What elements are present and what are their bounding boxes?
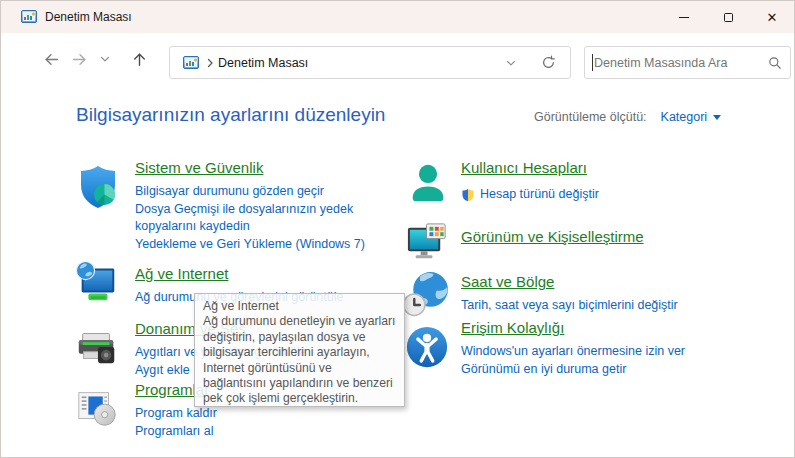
control-panel-window: Denetim Masası ✕ [0,0,795,458]
up-arrow-icon [131,51,148,68]
section-clock-region: Saat ve Bölge Tarih, saat veya sayı biçi… [461,272,781,315]
control-panel-small-icon [183,55,199,71]
breadcrumb-item[interactable]: Denetim Masası [218,56,308,70]
window-title: Denetim Masası [45,10,132,24]
category-title-ease-of-access[interactable]: Erişim Kolaylığı [461,318,564,338]
section-ease-of-access: Erişim Kolaylığı Windows'un ayarları öne… [461,318,781,378]
maximize-button[interactable] [706,1,750,33]
page-title: Bilgisayarınızın ayarlarını düzenleyin [76,104,385,126]
address-bar[interactable]: Denetim Masası [169,46,571,79]
titlebar: Denetim Masası ✕ [1,1,794,33]
shield-pie-icon[interactable] [74,163,122,211]
printer-speaker-icon[interactable] [74,323,120,369]
category-title-system-security[interactable]: Sistem ve Güvenlik [135,158,263,178]
view-by-dropdown-icon[interactable] [713,115,721,120]
section-appearance-personalization: Görünüm ve Kişiselleştirme [461,227,781,252]
close-button[interactable]: ✕ [750,1,794,33]
search-box[interactable] [584,46,791,79]
chevron-down-icon [505,57,517,69]
search-icon[interactable] [768,56,782,70]
category-title-appearance[interactable]: Görünüm ve Kişiselleştirme [461,227,644,247]
tooltip-body: Ağ durumunu denetleyin ve ayarları değiş… [203,314,396,406]
close-icon: ✕ [767,11,778,24]
control-panel-icon [21,9,37,25]
category-title-user-accounts[interactable]: Kullanıcı Hesapları [461,158,587,178]
view-by-label: Görüntüleme ölçütü: [534,110,647,124]
refresh-icon [541,55,556,70]
forward-button[interactable] [66,46,92,72]
category-title-clock-region[interactable]: Saat ve Bölge [461,272,554,292]
navigation-toolbar: Denetim Masası [1,33,794,87]
refresh-button[interactable] [541,55,556,70]
link-file-history-backup[interactable]: Dosya Geçmişi ile dosyalarınızın yedek k… [135,201,393,236]
chevron-down-icon [99,53,111,65]
link-backup-restore-win7[interactable]: Yedekleme ve Geri Yükleme (Windows 7) [135,236,393,254]
address-dropdown-button[interactable] [505,57,517,69]
forward-arrow-icon [71,51,88,68]
globe-clock-icon[interactable] [400,268,453,321]
maximize-icon [724,13,733,22]
link-let-windows-suggest[interactable]: Windows'un ayarları önermesine izin ver [461,343,781,361]
monitor-globe-icon[interactable] [74,259,120,305]
link-optimize-visual-display[interactable]: Görünümü en iyi duruma getir [461,361,781,379]
network-internet-tooltip: Ağ ve Internet Ağ durumunu denetleyin ve… [194,293,405,407]
minimize-button[interactable] [662,1,706,33]
back-arrow-icon [43,51,60,68]
link-change-account-type[interactable]: Hesap türünü değiştir [480,186,599,204]
link-review-computer-status[interactable]: Bilgisayar durumunu gözden geçir [135,183,393,201]
link-uninstall-program[interactable]: Program kaldır [135,405,393,423]
accessibility-icon[interactable] [404,324,450,370]
category-title-network-internet[interactable]: Ağ ve Internet [135,264,228,284]
uac-shield-icon [461,188,475,202]
minimize-icon [679,17,689,18]
up-button[interactable] [126,46,152,72]
recent-pages-button[interactable] [92,46,118,72]
link-get-programs[interactable]: Programları al [135,423,393,441]
window-disc-icon[interactable] [74,384,120,430]
section-system-security: Sistem ve Güvenlik Bilgisayar durumunu g… [135,158,393,253]
link-change-date-time-formats[interactable]: Tarih, saat veya sayı biçimlerini değişt… [461,297,781,315]
text-caret [592,54,593,71]
person-icon[interactable] [405,161,451,207]
back-button[interactable] [38,46,64,72]
section-user-accounts: Kullanıcı Hesapları Hesap türünü değişti… [461,158,781,204]
breadcrumb-chevron-icon [206,58,214,68]
monitor-tiles-icon[interactable] [404,219,451,266]
view-by-control: Görüntüleme ölçütü: Kategori [534,110,721,124]
search-input[interactable] [594,56,768,70]
tooltip-title: Ağ ve Internet [203,299,396,314]
view-by-value[interactable]: Kategori [661,110,708,124]
